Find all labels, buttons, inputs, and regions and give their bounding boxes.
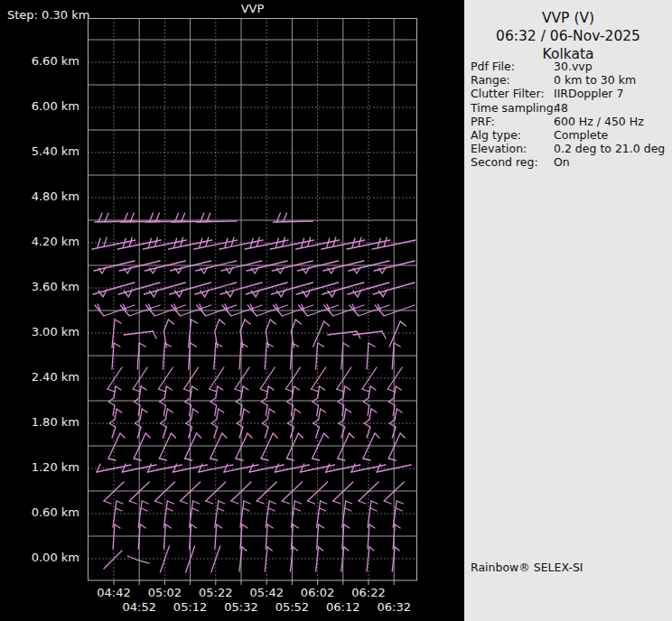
x-tick-label: 05:32 bbox=[216, 600, 266, 614]
wind-barb bbox=[384, 237, 387, 246]
wind-barb bbox=[191, 524, 197, 528]
wind-barb bbox=[251, 267, 258, 273]
wind-barb bbox=[293, 524, 298, 528]
wind-barb bbox=[359, 237, 361, 246]
wind-barb bbox=[273, 221, 313, 222]
wind-barb bbox=[191, 343, 197, 347]
wind-barb bbox=[257, 501, 264, 504]
x-tick-label: 05:12 bbox=[165, 600, 216, 614]
wind-barb bbox=[206, 237, 209, 246]
product-title: VVP (V) bbox=[464, 9, 672, 27]
wind-barb bbox=[321, 409, 326, 412]
wind-barb bbox=[166, 508, 173, 511]
wind-barb bbox=[267, 547, 272, 551]
wind-barb bbox=[117, 501, 123, 504]
info-field-value: 0.2 deg to 21.0 deg bbox=[554, 142, 669, 155]
wind-barb bbox=[268, 386, 274, 390]
wind-barb bbox=[375, 433, 379, 438]
y-tick-label: 3.00 km bbox=[5, 325, 79, 338]
x-tick-label: 04:42 bbox=[89, 586, 139, 599]
wind-barb bbox=[142, 409, 147, 412]
wind-barb bbox=[387, 367, 402, 389]
wind-barb bbox=[319, 547, 323, 551]
wind-barb bbox=[396, 508, 402, 511]
wind-barb bbox=[389, 321, 400, 347]
info-field-row: Second reg:On bbox=[471, 155, 669, 169]
wind-barb bbox=[319, 524, 324, 528]
wind-barb bbox=[193, 409, 199, 412]
wind-barb bbox=[318, 343, 324, 347]
wind-barb bbox=[117, 409, 122, 412]
wind-barb bbox=[388, 459, 396, 460]
wind-barb bbox=[286, 459, 294, 460]
wind-barb bbox=[149, 267, 156, 273]
y-tick-label: 4.20 km bbox=[5, 235, 79, 248]
wind-barb bbox=[338, 459, 345, 460]
wind-barb bbox=[104, 237, 107, 246]
wind-barb bbox=[294, 386, 299, 390]
wind-barb bbox=[382, 331, 386, 338]
vvp-window: Step: 0.30 km VVP 6.60 km6.00 km5.40 km4… bbox=[0, 0, 672, 621]
wind-barb bbox=[98, 238, 100, 247]
wind-barb bbox=[344, 524, 350, 528]
wind-barb bbox=[344, 547, 349, 551]
wind-barb bbox=[313, 459, 320, 460]
wind-barb bbox=[395, 524, 400, 528]
wind-barb bbox=[363, 459, 370, 460]
wind-barb bbox=[269, 409, 275, 412]
y-tick-label: 1.20 km bbox=[5, 460, 79, 474]
wind-barb bbox=[397, 409, 402, 412]
info-field-row: PRF:600 Hz / 450 Hz bbox=[471, 115, 669, 128]
wind-barb bbox=[175, 267, 182, 273]
wind-barb bbox=[333, 501, 341, 504]
wind-barb bbox=[257, 237, 259, 246]
wind-barb bbox=[261, 459, 268, 460]
wind-barb bbox=[276, 267, 284, 273]
wind-barb bbox=[346, 501, 352, 504]
info-field-row: Pdf File:30.vvp bbox=[471, 60, 669, 73]
wind-barb bbox=[168, 320, 173, 324]
wind-barb bbox=[116, 508, 122, 511]
wind-barb bbox=[129, 501, 136, 504]
wind-barb bbox=[328, 267, 335, 273]
wind-barb bbox=[127, 556, 149, 563]
info-field-row: Range:0 km to 30 km bbox=[471, 73, 669, 87]
wind-barb bbox=[139, 343, 145, 347]
wind-barb bbox=[98, 267, 106, 273]
wind-barb bbox=[104, 551, 122, 569]
wind-barb bbox=[115, 524, 120, 528]
x-tick-label: 04:52 bbox=[114, 600, 164, 614]
wind-barb bbox=[245, 320, 250, 324]
wind-barb bbox=[370, 508, 377, 511]
wind-barb bbox=[104, 501, 111, 504]
wind-barb bbox=[267, 524, 273, 528]
info-field-value: 30.vvp bbox=[554, 60, 669, 73]
wind-barb bbox=[353, 267, 360, 273]
y-tick-label: 0.00 km bbox=[5, 551, 79, 564]
wind-barb bbox=[313, 321, 324, 347]
y-tick-label: 6.00 km bbox=[5, 99, 79, 113]
info-field-label: Alg type: bbox=[471, 128, 554, 142]
wind-barb bbox=[107, 367, 122, 389]
wind-barb bbox=[345, 508, 351, 511]
info-field-value: On bbox=[554, 155, 669, 169]
wind-barb bbox=[231, 501, 238, 504]
wind-barb bbox=[369, 524, 375, 528]
wind-barb bbox=[141, 386, 146, 390]
wind-barb bbox=[218, 508, 224, 511]
wind-barb bbox=[400, 433, 405, 438]
wind-barb bbox=[370, 386, 376, 390]
wind-barb bbox=[359, 501, 366, 504]
y-tick-label: 3.60 km bbox=[5, 280, 79, 293]
wind-barb bbox=[303, 267, 310, 273]
wind-barb bbox=[165, 524, 171, 528]
wind-barb bbox=[145, 433, 150, 438]
info-field-value: 600 Hz / 450 Hz bbox=[554, 115, 669, 128]
wind-barb bbox=[217, 524, 222, 528]
wind-barb bbox=[282, 501, 289, 504]
y-tick-label: 6.60 km bbox=[5, 54, 79, 68]
info-field-label: Range: bbox=[471, 73, 554, 87]
wind-barb bbox=[243, 386, 248, 390]
wind-barb bbox=[167, 409, 173, 412]
info-header: VVP (V) 06:32 / 06-Nov-2025 Kolkata bbox=[464, 9, 672, 63]
